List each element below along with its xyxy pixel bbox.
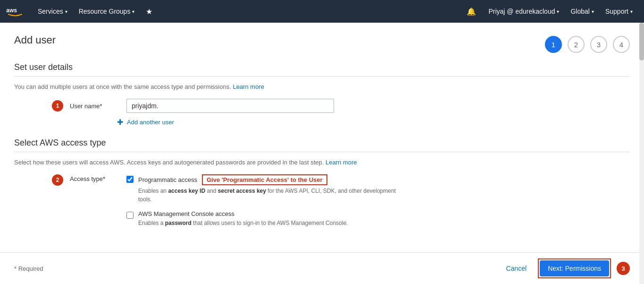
username-form-row: 1 User name* [14,99,630,113]
step-badge-1: 1 [52,100,63,112]
console-access-description: Enables a password that allows users to … [138,219,348,227]
next-permissions-button[interactable]: Next: Permissions [540,260,609,276]
user-caret-icon: ▾ [557,9,559,14]
main-content: Add user 1 2 3 4 Set user details You ca… [0,23,644,284]
prog-desc-bold1: access key ID [168,188,205,194]
step-2-circle[interactable]: 2 [568,36,585,53]
services-nav[interactable]: Services ▾ [32,0,73,23]
nav-right-section: 🔔 Priyaj @ edurekacloud ▾ Global ▾ Suppo… [460,0,638,23]
resource-groups-label: Resource Groups [79,8,131,15]
programmatic-access-annotation: Give 'Programmatic Access' to the User [202,174,327,185]
aws-logo[interactable]: aws [6,5,25,18]
global-region-nav[interactable]: Global ▾ [565,0,599,23]
scrollbar-thumb[interactable] [639,23,644,60]
step-3-circle[interactable]: 3 [590,36,607,53]
programmatic-access-title: Programmatic access Give 'Programmatic A… [138,174,402,185]
step-badge-footer-3: 3 [617,262,630,275]
step-4-label: 4 [619,41,623,49]
required-note: * Required [14,265,43,272]
support-nav[interactable]: Support ▾ [600,0,638,23]
programmatic-title-text: Programmatic access [138,176,197,183]
footer-actions: Cancel Next: Permissions 3 [501,258,630,278]
access-options-list: Programmatic access Give 'Programmatic A… [126,174,402,227]
set-user-details-learn-more-link[interactable]: Learn more [233,83,264,90]
page-header: Add user 1 2 3 4 [0,23,644,53]
global-caret-icon: ▾ [592,9,594,14]
access-type-section-title: Select AWS access type [14,138,630,148]
step-4-circle[interactable]: 4 [613,36,630,53]
console-title-text: AWS Management Console access [138,210,234,217]
step-badge-2: 2 [52,174,63,186]
programmatic-access-checkbox[interactable] [126,176,134,183]
console-desc-part2: that allows users to sign-in to the AWS … [192,220,348,226]
programmatic-access-option: Programmatic access Give 'Programmatic A… [126,174,402,204]
services-label: Services [38,8,63,15]
step-1-circle[interactable]: 1 [545,36,562,53]
support-label: Support [605,8,628,15]
resource-groups-nav[interactable]: Resource Groups ▾ [73,0,141,23]
page-title: Add user [14,34,56,46]
access-type-desc-text: Select how these users will access AWS. … [14,159,324,166]
access-type-description: Select how these users will access AWS. … [14,159,630,166]
services-caret-icon: ▾ [65,9,67,14]
username-input[interactable] [126,99,334,113]
user-label: Priyaj @ edurekacloud [488,8,555,15]
prog-desc-part1: Enables an [138,188,168,194]
set-user-details-divider [14,76,630,77]
step-3-label: 3 [597,41,601,49]
prog-desc-bold2: secret access key [218,188,266,194]
scrollbar[interactable] [639,23,644,284]
next-button-wrapper: Next: Permissions [538,258,611,278]
username-label: User name* [70,103,117,110]
add-another-user-link[interactable]: ✚Add another user [117,118,630,127]
add-another-user-row: ✚Add another user [14,118,630,127]
global-label: Global [570,8,589,15]
programmatic-access-description: Enables an access key ID and secret acce… [138,187,402,204]
set-user-details-title: Set user details [14,62,630,72]
cancel-button[interactable]: Cancel [501,262,533,275]
add-another-user-label: Add another user [127,119,174,126]
resource-groups-caret-icon: ▾ [132,9,134,14]
bookmark-nav[interactable]: ★ [140,7,158,16]
prog-desc-part2: and [205,188,218,194]
access-type-form-row: 2 Access type* Programmatic access Give … [14,174,630,227]
console-access-content: AWS Management Console access Enables a … [138,210,348,227]
set-user-details-description: You can add multiple users at once with … [14,83,630,90]
console-desc-part1: Enables a [138,220,165,226]
console-access-title: AWS Management Console access [138,210,348,217]
steps-indicator: 1 2 3 4 [545,34,630,53]
step-1-label: 1 [552,41,555,49]
user-account-nav[interactable]: Priyaj @ edurekacloud ▾ [483,0,565,23]
top-navigation: aws Services ▾ Resource Groups ▾ ★ 🔔 Pri… [0,0,644,23]
programmatic-access-content: Programmatic access Give 'Programmatic A… [138,174,402,204]
content-area: Set user details You can add multiple us… [0,53,644,252]
notifications-bell-icon[interactable]: 🔔 [460,7,483,16]
page-footer: * Required Cancel Next: Permissions 3 [0,252,644,284]
access-type-divider [14,152,630,152]
console-access-option: AWS Management Console access Enables a … [126,210,402,227]
access-type-label: Access type* [70,174,117,182]
support-caret-icon: ▾ [630,9,633,14]
svg-text:aws: aws [6,7,17,14]
console-access-checkbox[interactable] [126,212,134,219]
console-desc-bold: password [165,220,192,226]
access-type-learn-more-link[interactable]: Learn more [326,159,357,166]
step-2-label: 2 [574,41,578,49]
set-user-details-desc-text: You can add multiple users at once with … [14,83,231,90]
plus-icon: ✚ [117,118,123,127]
